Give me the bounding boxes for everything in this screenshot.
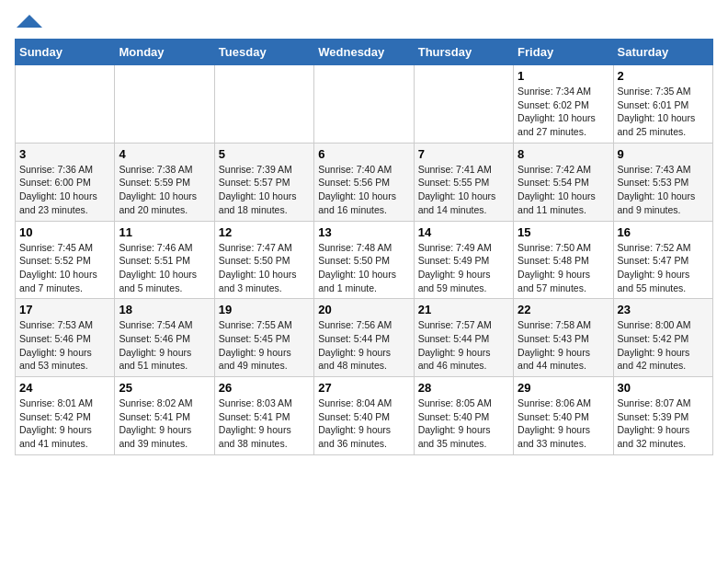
day-info: Sunrise: 7:41 AM Sunset: 5:55 PM Dayligh… bbox=[418, 163, 509, 217]
day-number: 4 bbox=[119, 147, 210, 161]
weekday-header: Friday bbox=[514, 40, 613, 65]
calendar-header-row: SundayMondayTuesdayWednesdayThursdayFrid… bbox=[16, 40, 713, 65]
day-info: Sunrise: 7:46 AM Sunset: 5:51 PM Dayligh… bbox=[119, 241, 210, 295]
day-number: 2 bbox=[618, 69, 709, 83]
calendar-cell: 28Sunrise: 8:05 AM Sunset: 5:40 PM Dayli… bbox=[414, 377, 513, 455]
calendar-table: SundayMondayTuesdayWednesdayThursdayFrid… bbox=[15, 39, 713, 455]
calendar-cell: 26Sunrise: 8:03 AM Sunset: 5:41 PM Dayli… bbox=[214, 377, 313, 455]
day-info: Sunrise: 7:34 AM Sunset: 6:02 PM Dayligh… bbox=[518, 85, 609, 139]
day-number: 14 bbox=[418, 225, 509, 239]
day-info: Sunrise: 7:35 AM Sunset: 6:01 PM Dayligh… bbox=[618, 85, 709, 139]
logo bbox=[15, 15, 42, 28]
svg-marker-0 bbox=[17, 15, 42, 28]
day-number: 10 bbox=[19, 225, 110, 239]
day-info: Sunrise: 8:01 AM Sunset: 5:42 PM Dayligh… bbox=[19, 396, 110, 451]
day-info: Sunrise: 7:55 AM Sunset: 5:45 PM Dayligh… bbox=[219, 318, 310, 373]
day-info: Sunrise: 8:03 AM Sunset: 5:41 PM Dayligh… bbox=[219, 396, 310, 451]
day-info: Sunrise: 7:36 AM Sunset: 6:00 PM Dayligh… bbox=[19, 163, 110, 217]
day-info: Sunrise: 7:48 AM Sunset: 5:50 PM Dayligh… bbox=[318, 241, 409, 295]
day-number: 5 bbox=[219, 147, 310, 161]
day-info: Sunrise: 8:04 AM Sunset: 5:40 PM Dayligh… bbox=[318, 396, 409, 451]
calendar-week-row: 1Sunrise: 7:34 AM Sunset: 6:02 PM Daylig… bbox=[16, 65, 713, 144]
calendar-cell bbox=[16, 65, 115, 144]
calendar-cell: 19Sunrise: 7:55 AM Sunset: 5:45 PM Dayli… bbox=[214, 299, 313, 377]
calendar-body: 1Sunrise: 7:34 AM Sunset: 6:02 PM Daylig… bbox=[16, 65, 713, 455]
calendar-cell: 25Sunrise: 8:02 AM Sunset: 5:41 PM Dayli… bbox=[115, 377, 214, 455]
day-info: Sunrise: 7:54 AM Sunset: 5:46 PM Dayligh… bbox=[119, 318, 210, 373]
day-info: Sunrise: 7:52 AM Sunset: 5:47 PM Dayligh… bbox=[618, 241, 709, 295]
day-info: Sunrise: 7:42 AM Sunset: 5:54 PM Dayligh… bbox=[518, 163, 609, 217]
day-number: 21 bbox=[418, 303, 509, 316]
calendar-cell bbox=[214, 65, 313, 144]
weekday-header: Sunday bbox=[16, 40, 115, 65]
day-number: 13 bbox=[318, 225, 409, 239]
calendar-cell bbox=[314, 65, 414, 144]
calendar-cell: 22Sunrise: 7:58 AM Sunset: 5:43 PM Dayli… bbox=[514, 299, 613, 377]
calendar-week-row: 17Sunrise: 7:53 AM Sunset: 5:46 PM Dayli… bbox=[16, 299, 713, 377]
day-number: 30 bbox=[618, 381, 709, 395]
weekday-header: Saturday bbox=[613, 40, 712, 65]
day-info: Sunrise: 7:56 AM Sunset: 5:44 PM Dayligh… bbox=[318, 318, 409, 373]
day-info: Sunrise: 8:07 AM Sunset: 5:39 PM Dayligh… bbox=[618, 396, 709, 451]
day-number: 22 bbox=[518, 303, 609, 316]
day-number: 1 bbox=[518, 69, 609, 83]
calendar-cell: 10Sunrise: 7:45 AM Sunset: 5:52 PM Dayli… bbox=[16, 221, 115, 299]
day-number: 24 bbox=[19, 381, 110, 395]
day-number: 8 bbox=[518, 147, 609, 161]
day-number: 11 bbox=[119, 225, 210, 239]
calendar-cell: 15Sunrise: 7:50 AM Sunset: 5:48 PM Dayli… bbox=[514, 221, 613, 299]
day-info: Sunrise: 7:40 AM Sunset: 5:56 PM Dayligh… bbox=[318, 163, 409, 217]
day-info: Sunrise: 7:45 AM Sunset: 5:52 PM Dayligh… bbox=[19, 241, 110, 295]
day-info: Sunrise: 7:47 AM Sunset: 5:50 PM Dayligh… bbox=[219, 241, 310, 295]
weekday-header: Tuesday bbox=[214, 40, 313, 65]
calendar-cell: 21Sunrise: 7:57 AM Sunset: 5:44 PM Dayli… bbox=[414, 299, 513, 377]
weekday-header: Wednesday bbox=[314, 40, 414, 65]
calendar-cell: 17Sunrise: 7:53 AM Sunset: 5:46 PM Dayli… bbox=[16, 299, 115, 377]
calendar-cell: 8Sunrise: 7:42 AM Sunset: 5:54 PM Daylig… bbox=[514, 143, 613, 221]
day-number: 18 bbox=[119, 303, 210, 316]
day-info: Sunrise: 7:43 AM Sunset: 5:53 PM Dayligh… bbox=[618, 163, 709, 217]
day-number: 17 bbox=[19, 303, 110, 316]
calendar-cell: 2Sunrise: 7:35 AM Sunset: 6:01 PM Daylig… bbox=[613, 65, 712, 144]
day-number: 9 bbox=[618, 147, 709, 161]
day-number: 15 bbox=[518, 225, 609, 239]
day-number: 12 bbox=[219, 225, 310, 239]
page-header bbox=[15, 15, 713, 28]
day-number: 3 bbox=[19, 147, 110, 161]
calendar-cell: 7Sunrise: 7:41 AM Sunset: 5:55 PM Daylig… bbox=[414, 143, 513, 221]
calendar-cell: 29Sunrise: 8:06 AM Sunset: 5:40 PM Dayli… bbox=[514, 377, 613, 455]
day-info: Sunrise: 8:00 AM Sunset: 5:42 PM Dayligh… bbox=[618, 318, 709, 373]
calendar-cell bbox=[414, 65, 513, 144]
calendar-cell: 14Sunrise: 7:49 AM Sunset: 5:49 PM Dayli… bbox=[414, 221, 513, 299]
calendar-week-row: 3Sunrise: 7:36 AM Sunset: 6:00 PM Daylig… bbox=[16, 143, 713, 221]
day-info: Sunrise: 7:58 AM Sunset: 5:43 PM Dayligh… bbox=[518, 318, 609, 373]
day-number: 25 bbox=[119, 381, 210, 395]
calendar-cell: 5Sunrise: 7:39 AM Sunset: 5:57 PM Daylig… bbox=[214, 143, 313, 221]
day-number: 7 bbox=[418, 147, 509, 161]
calendar-week-row: 24Sunrise: 8:01 AM Sunset: 5:42 PM Dayli… bbox=[16, 377, 713, 455]
calendar-cell: 12Sunrise: 7:47 AM Sunset: 5:50 PM Dayli… bbox=[214, 221, 313, 299]
calendar-cell bbox=[115, 65, 214, 144]
weekday-header: Thursday bbox=[414, 40, 513, 65]
calendar-cell: 24Sunrise: 8:01 AM Sunset: 5:42 PM Dayli… bbox=[16, 377, 115, 455]
day-info: Sunrise: 7:38 AM Sunset: 5:59 PM Dayligh… bbox=[119, 163, 210, 217]
calendar-cell: 23Sunrise: 8:00 AM Sunset: 5:42 PM Dayli… bbox=[613, 299, 712, 377]
day-info: Sunrise: 7:49 AM Sunset: 5:49 PM Dayligh… bbox=[418, 241, 509, 295]
day-info: Sunrise: 8:06 AM Sunset: 5:40 PM Dayligh… bbox=[518, 396, 609, 451]
day-number: 16 bbox=[618, 225, 709, 239]
calendar-cell: 20Sunrise: 7:56 AM Sunset: 5:44 PM Dayli… bbox=[314, 299, 414, 377]
day-number: 28 bbox=[418, 381, 509, 395]
calendar-cell: 18Sunrise: 7:54 AM Sunset: 5:46 PM Dayli… bbox=[115, 299, 214, 377]
calendar-week-row: 10Sunrise: 7:45 AM Sunset: 5:52 PM Dayli… bbox=[16, 221, 713, 299]
calendar-cell: 6Sunrise: 7:40 AM Sunset: 5:56 PM Daylig… bbox=[314, 143, 414, 221]
day-number: 29 bbox=[518, 381, 609, 395]
day-info: Sunrise: 8:05 AM Sunset: 5:40 PM Dayligh… bbox=[418, 396, 509, 451]
calendar-cell: 3Sunrise: 7:36 AM Sunset: 6:00 PM Daylig… bbox=[16, 143, 115, 221]
calendar-cell: 11Sunrise: 7:46 AM Sunset: 5:51 PM Dayli… bbox=[115, 221, 214, 299]
weekday-header: Monday bbox=[115, 40, 214, 65]
calendar-cell: 4Sunrise: 7:38 AM Sunset: 5:59 PM Daylig… bbox=[115, 143, 214, 221]
day-info: Sunrise: 7:39 AM Sunset: 5:57 PM Dayligh… bbox=[219, 163, 310, 217]
calendar-cell: 1Sunrise: 7:34 AM Sunset: 6:02 PM Daylig… bbox=[514, 65, 613, 144]
day-number: 6 bbox=[318, 147, 409, 161]
calendar-cell: 27Sunrise: 8:04 AM Sunset: 5:40 PM Dayli… bbox=[314, 377, 414, 455]
